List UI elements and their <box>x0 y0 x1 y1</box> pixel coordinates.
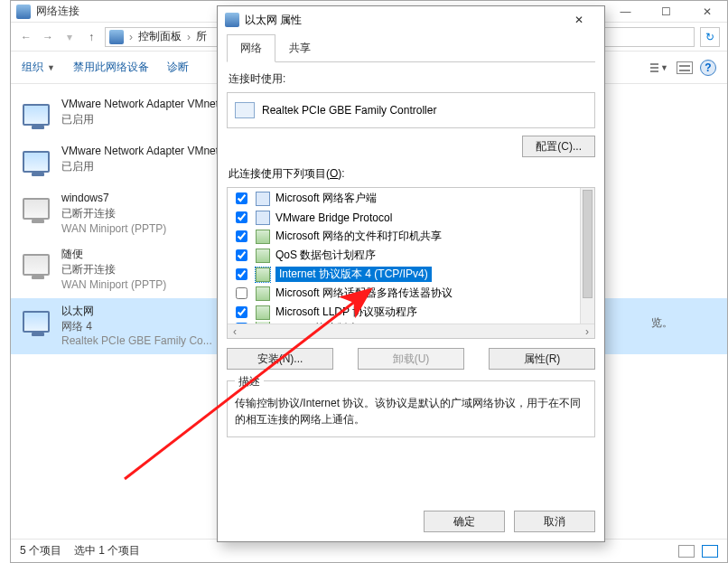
dialog-title: 以太网 属性 <box>245 13 302 28</box>
back-button[interactable]: ← <box>18 29 34 45</box>
client-icon <box>256 192 270 206</box>
help-button[interactable]: ? <box>700 60 716 76</box>
description-title: 描述 <box>235 374 264 389</box>
status-count: 5 个项目 <box>20 543 61 558</box>
client-icon <box>256 211 270 225</box>
network-folder-icon <box>16 5 31 19</box>
nic-name: Realtek PCIe GBE Family Controller <box>262 104 436 117</box>
protocol-icon <box>256 286 270 301</box>
view-details-icon[interactable] <box>702 545 718 558</box>
item-checkbox[interactable] <box>236 249 247 261</box>
adapter-status: 已断开连接 <box>61 206 166 221</box>
forward-button[interactable]: → <box>40 29 56 45</box>
adapter-icon <box>23 198 50 220</box>
adapter-name: 随便 <box>61 247 166 262</box>
minimize-button[interactable]: — <box>605 1 646 23</box>
adapter-icon <box>23 104 50 126</box>
details-pane-icon[interactable] <box>675 58 695 78</box>
vertical-scrollbar[interactable] <box>580 188 594 324</box>
item-checkbox[interactable] <box>236 306 247 318</box>
dialog-close-button[interactable]: ✕ <box>561 10 597 30</box>
protocol-icon <box>256 267 270 282</box>
disable-device-button[interactable]: 禁用此网络设备 <box>73 60 149 75</box>
adapter-icon <box>23 254 50 276</box>
item-label: Microsoft 网络的文件和打印机共享 <box>275 229 442 244</box>
bg-window-title: 网络连接 <box>36 4 79 19</box>
item-checkbox[interactable] <box>236 287 247 299</box>
adapter-icon <box>23 151 50 173</box>
scroll-right-icon[interactable]: › <box>582 325 593 338</box>
view-menu-icon[interactable]: ▼ <box>649 58 669 78</box>
list-item[interactable]: Microsoft LLDP 协议驱动程序 <box>229 303 580 322</box>
side-hint-text: 览。 <box>651 315 673 331</box>
adapter-device: WAN Miniport (PPTP) <box>61 277 166 293</box>
configure-button-label: 配置(C)... <box>536 139 582 155</box>
caret-down-icon: ▼ <box>47 63 55 72</box>
item-label: Internet 协议版本 4 (TCP/IPv4) <box>275 267 432 282</box>
item-checkbox[interactable] <box>236 192 247 204</box>
organize-label: 组织 <box>22 60 43 75</box>
item-checkbox[interactable] <box>236 268 247 280</box>
item-checkbox[interactable] <box>236 230 247 242</box>
list-item-selected[interactable]: Internet 协议版本 4 (TCP/IPv4) <box>229 265 580 284</box>
adapter-properties-icon <box>225 13 239 27</box>
adapter-icon <box>23 311 50 333</box>
ok-button[interactable]: 确定 <box>424 511 505 532</box>
configure-button[interactable]: 配置(C)... <box>522 136 595 157</box>
maximize-button[interactable]: ☐ <box>646 1 686 23</box>
organize-menu[interactable]: 组织 ▼ <box>22 60 55 75</box>
list-item[interactable]: Microsoft 网络的文件和打印机共享 <box>229 227 580 246</box>
item-label: Microsoft 网络客户端 <box>275 191 377 206</box>
install-button-label: 安装(N)... <box>257 352 303 367</box>
network-items-list[interactable]: Microsoft 网络客户端 VMware Bridge Protocol M… <box>227 187 595 339</box>
history-dropdown-icon[interactable]: ▾ <box>61 29 78 45</box>
items-list-label: 此连接使用下列项目(O): <box>229 166 595 182</box>
view-large-icon[interactable] <box>678 545 695 558</box>
dialog-title-bar: 以太网 属性 ✕ <box>218 6 604 33</box>
adapter-name: VMware Network Adapter VMnet8 <box>61 144 225 159</box>
list-item[interactable]: Microsoft 网络适配器多路传送器协议 <box>229 284 580 303</box>
path-segment[interactable]: 控制面板 <box>138 29 182 44</box>
path-segment-truncated[interactable]: 所 <box>196 29 207 44</box>
description-box: 描述 传输控制协议/Internet 协议。该协议是默认的广域网络协议，用于在不… <box>227 380 595 437</box>
ok-button-label: 确定 <box>453 514 475 530</box>
tab-network[interactable]: 网络 <box>227 34 275 62</box>
bg-window-controls: — ☐ ✕ <box>605 1 727 23</box>
tab-sharing[interactable]: 共享 <box>275 34 324 62</box>
adapter-status: 已启用 <box>61 159 225 174</box>
adapter-status: 网络 4 <box>61 319 212 334</box>
up-button[interactable]: ↑ <box>83 29 99 45</box>
properties-button-label: 属性(R) <box>524 352 561 367</box>
item-label: VMware Bridge Protocol <box>275 211 392 224</box>
scrollbar-thumb[interactable] <box>583 190 593 298</box>
item-checkbox[interactable] <box>236 211 247 223</box>
adapter-name: VMware Network Adapter VMnet1 <box>61 97 225 112</box>
adapter-device: Realtek PCIe GBE Family Co... <box>61 333 212 349</box>
service-icon <box>256 230 270 244</box>
diagnose-button[interactable]: 诊断 <box>167 60 189 75</box>
uninstall-button: 卸载(U) <box>358 348 464 370</box>
refresh-button[interactable]: ↻ <box>700 27 720 47</box>
cancel-button[interactable]: 取消 <box>514 511 595 532</box>
protocol-icon <box>256 305 270 320</box>
scroll-left-icon[interactable]: ‹ <box>229 325 240 338</box>
ethernet-properties-dialog: 以太网 属性 ✕ 网络 共享 连接时使用: Realtek PCIe GBE F… <box>217 5 605 542</box>
properties-button[interactable]: 属性(R) <box>489 348 595 370</box>
list-item[interactable]: Microsoft 网络客户端 <box>229 189 580 208</box>
horizontal-scrollbar[interactable]: ‹ › <box>228 324 594 338</box>
description-text: 传输控制协议/Internet 协议。该协议是默认的广域网络协议，用于在不同的相… <box>235 395 587 427</box>
adapter-status: 已断开连接 <box>61 262 166 277</box>
adapter-name: 以太网 <box>61 304 212 319</box>
adapter-status: 已启用 <box>61 112 225 127</box>
close-button[interactable]: ✕ <box>686 1 727 23</box>
dialog-tabs: 网络 共享 <box>227 33 595 62</box>
list-item[interactable]: VMware Bridge Protocol <box>229 208 580 227</box>
path-sep-icon: › <box>127 31 135 43</box>
adapter-device: WAN Miniport (PPTP) <box>61 221 166 237</box>
connect-using-label: 连接时使用: <box>229 71 593 87</box>
service-icon <box>256 249 270 263</box>
nic-display: Realtek PCIe GBE Family Controller <box>227 92 595 128</box>
list-item[interactable]: QoS 数据包计划程序 <box>229 246 580 265</box>
install-button[interactable]: 安装(N)... <box>227 348 333 370</box>
nic-icon <box>235 102 255 118</box>
